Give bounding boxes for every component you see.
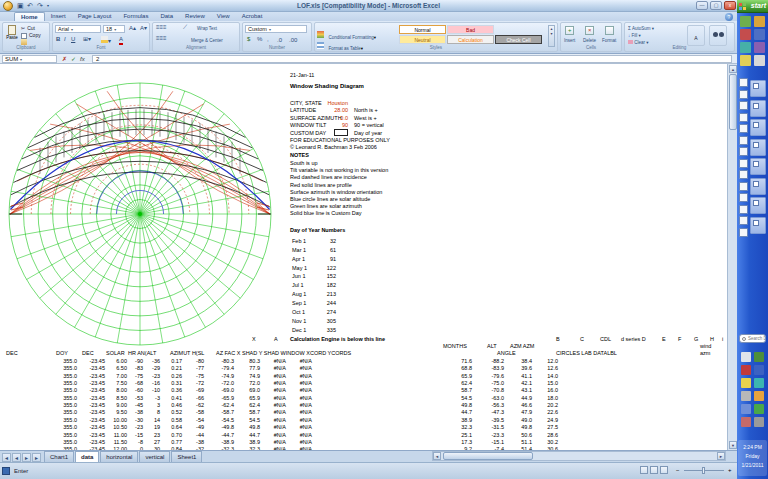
zoom-out-icon[interactable]: − — [676, 467, 680, 474]
cell-style-bad[interactable]: Bad — [447, 25, 494, 34]
quick-launch-icon[interactable] — [754, 16, 765, 27]
align-top-icon[interactable]: ≡≡≡ — [156, 24, 167, 31]
taskbar-doc-icon[interactable] — [739, 182, 748, 191]
taskbar-clock[interactable]: 2:24 PM Friday 1/21/2011 — [738, 440, 767, 476]
scroll-right-icon[interactable]: ► — [717, 452, 725, 460]
gallery-scroll[interactable]: ▴▾ — [548, 25, 555, 47]
cancel-icon[interactable]: ✗ — [62, 55, 67, 63]
number-format-select[interactable]: Custom▾ — [245, 25, 307, 33]
cut-button[interactable]: ✂Cut — [21, 25, 41, 32]
tray-icon[interactable] — [741, 352, 751, 362]
orientation-icon[interactable]: ⟋ — [183, 24, 187, 31]
grow-font-button[interactable]: A▴ — [129, 25, 136, 32]
tray-icon[interactable] — [754, 417, 764, 427]
tray-icon[interactable] — [754, 404, 764, 414]
ribbon-tab-home[interactable]: Home — [14, 12, 45, 21]
taskbar-window-button[interactable] — [750, 100, 766, 117]
tray-icon[interactable] — [754, 352, 764, 362]
taskbar-doc-icon[interactable] — [739, 159, 748, 168]
font-family-select[interactable]: Arial▾ — [55, 25, 101, 33]
first-sheet-button[interactable]: ◄ — [2, 453, 11, 462]
insert-function-icon[interactable]: fx — [80, 55, 85, 63]
taskbar-doc-icon[interactable] — [739, 170, 748, 179]
ribbon-tab-formulas[interactable]: Formulas — [117, 12, 154, 21]
comma-format-button[interactable]: , — [267, 36, 269, 43]
page-layout-view-button[interactable] — [650, 466, 658, 474]
normal-view-button[interactable] — [640, 466, 648, 474]
name-box[interactable]: SUM ▾ — [2, 55, 57, 63]
font-color-button[interactable]: A — [119, 36, 123, 45]
cell-style-neutral[interactable]: Neutral — [399, 35, 446, 44]
tray-icon[interactable] — [741, 378, 751, 388]
tray-icon[interactable] — [741, 365, 751, 375]
vertical-scroll-thumb[interactable] — [729, 74, 737, 130]
next-sheet-button[interactable]: ► — [22, 453, 31, 462]
sort-filter-button[interactable]: AZ↓ — [687, 25, 705, 46]
taskbar-doc-icon[interactable] — [739, 136, 748, 145]
delete-button[interactable]: Delete — [583, 38, 596, 43]
taskbar-window-button[interactable] — [750, 158, 766, 175]
tray-icon[interactable] — [741, 391, 751, 401]
desktop-search-input[interactable]: Search Desk — [739, 334, 766, 343]
taskbar-window-button[interactable] — [750, 119, 766, 136]
quick-launch-icon[interactable] — [754, 55, 765, 66]
taskbar-doc-icon[interactable] — [739, 193, 748, 202]
formula-input[interactable]: 2 — [92, 55, 732, 63]
underline-button[interactable]: U — [71, 36, 75, 43]
ribbon-tab-page-layout[interactable]: Page Layout — [72, 12, 118, 21]
taskbar-doc-icon[interactable] — [739, 78, 748, 87]
quick-launch-icon[interactable] — [740, 42, 751, 53]
fill-color-button[interactable]: ▾ — [101, 36, 111, 45]
ribbon-tab-review[interactable]: Review — [179, 12, 211, 21]
format-button[interactable]: Format — [602, 38, 616, 43]
taskbar-window-button[interactable] — [750, 217, 766, 234]
custom-day-input[interactable] — [334, 129, 348, 136]
taskbar-doc-icon[interactable] — [739, 101, 748, 110]
last-sheet-button[interactable]: ► — [32, 453, 41, 462]
zoom-slider-thumb[interactable] — [702, 467, 705, 474]
maximize-button[interactable]: ▢ — [710, 1, 722, 10]
scroll-left-icon[interactable]: ◄ — [433, 452, 441, 460]
italic-button[interactable]: I — [64, 36, 66, 43]
taskbar-doc-icon[interactable] — [739, 124, 748, 133]
zoom-in-icon[interactable]: + — [728, 467, 732, 474]
sheet-tab-data[interactable]: data — [75, 451, 99, 462]
ribbon-tab-insert[interactable]: Insert — [45, 12, 72, 21]
find-select-button[interactable] — [709, 25, 727, 46]
wrap-text-button[interactable]: Wrap Text — [197, 26, 217, 31]
scroll-down-icon[interactable]: ▼ — [729, 441, 737, 449]
quick-launch-icon[interactable] — [740, 16, 751, 27]
shrink-font-button[interactable]: A▾ — [140, 25, 147, 32]
percent-format-button[interactable]: % — [257, 36, 262, 43]
ribbon-tab-view[interactable]: View — [211, 12, 236, 21]
page-break-view-button[interactable] — [660, 466, 668, 474]
taskbar-doc-icon[interactable] — [739, 228, 748, 237]
taskbar-doc-icon[interactable] — [739, 216, 748, 225]
sheet-tab-horizontal[interactable]: horizontal — [100, 451, 138, 462]
taskbar-doc-icon[interactable] — [739, 205, 748, 214]
start-button[interactable]: start — [737, 0, 768, 13]
decrease-decimal-button[interactable]: .00 — [289, 37, 297, 44]
cell-style-check-cell[interactable]: Check Cell — [495, 35, 542, 44]
sheet-tab-sheet1[interactable]: Sheet1 — [171, 451, 202, 462]
help-icon[interactable]: ? — [725, 13, 733, 21]
enter-icon[interactable]: ✓ — [71, 55, 76, 63]
minimize-button[interactable]: — — [696, 1, 708, 10]
taskbar-window-button[interactable] — [750, 197, 766, 214]
merge-center-button[interactable]: Merge & Center — [191, 38, 223, 43]
macro-record-icon[interactable] — [2, 467, 10, 475]
align-left-icon[interactable]: ≡≡≡ — [156, 35, 167, 42]
copy-button[interactable]: Copy — [21, 32, 41, 39]
close-button[interactable]: x — [724, 1, 736, 10]
ribbon-tab-data[interactable]: Data — [154, 12, 179, 21]
taskbar-window-button[interactable] — [750, 178, 766, 195]
cell-style-normal[interactable]: Normal — [399, 25, 446, 34]
tray-icon[interactable] — [741, 417, 751, 427]
sheet-tab-chart1[interactable]: Chart1 — [44, 451, 74, 462]
quick-launch-icon[interactable] — [740, 29, 751, 40]
worksheet[interactable]: 21-Jan-11 Window Shading Diagram FOR EDU… — [0, 64, 727, 450]
taskbar-window-button[interactable] — [750, 139, 766, 156]
sheet-tab-vertical[interactable]: vertical — [139, 451, 170, 462]
taskbar-doc-icon[interactable] — [739, 90, 748, 99]
currency-format-button[interactable]: $ — [247, 36, 250, 43]
